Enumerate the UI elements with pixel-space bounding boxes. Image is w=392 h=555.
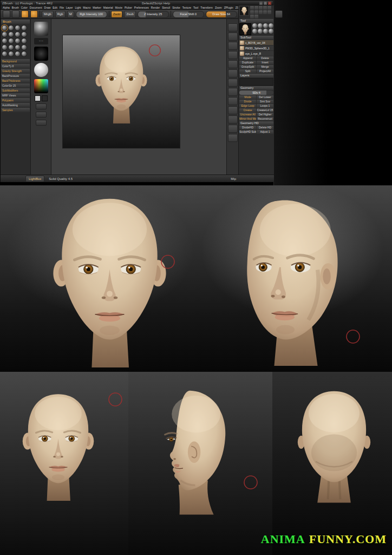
- palette-button[interactable]: ColorStr 25: [1, 83, 30, 88]
- tool-section-header[interactable]: Tool: [239, 19, 273, 23]
- tool-thumbnail[interactable]: [263, 29, 268, 34]
- dock-icon[interactable]: [254, 6, 258, 10]
- menu-item[interactable]: Preferences: [134, 6, 149, 9]
- brush-thumbnail[interactable]: [2, 25, 8, 31]
- brush-thumbnail[interactable]: [8, 44, 14, 50]
- dock-icon[interactable]: [263, 10, 267, 14]
- right-shelf-button[interactable]: [228, 106, 238, 114]
- brush-thumbnail[interactable]: [8, 31, 14, 37]
- brush-thumbnail[interactable]: [2, 31, 8, 37]
- lightbox-button[interactable]: LightBox: [25, 176, 44, 182]
- geometry-button[interactable]: Del Lower: [257, 95, 273, 99]
- layers-section-header[interactable]: Layers: [239, 74, 273, 78]
- geometry-section-header[interactable]: Geometry: [239, 86, 273, 90]
- brush-thumbnail[interactable]: [15, 31, 21, 37]
- draw-size-slider[interactable]: Draw Size 64: [206, 11, 237, 18]
- secondary-color-swatch[interactable]: [42, 95, 48, 101]
- brush-thumbnail[interactable]: [15, 44, 21, 50]
- menu-item[interactable]: Light: [75, 6, 81, 9]
- subtool-item[interactable]: eye_L eye_R: [239, 51, 273, 56]
- dock-icon[interactable]: [250, 15, 254, 18]
- geometry-button[interactable]: CreaseLvl 15: [257, 108, 273, 112]
- geometry-button[interactable]: Mirror And Weld: [239, 117, 256, 121]
- dock-icon[interactable]: [267, 6, 271, 10]
- dock-icon[interactable]: [263, 6, 267, 10]
- shelf-button[interactable]: [36, 112, 47, 118]
- projection-master-icon[interactable]: [21, 10, 29, 18]
- menu-item[interactable]: Stroke: [172, 6, 180, 9]
- menu-item[interactable]: Brush: [12, 6, 19, 9]
- m-button[interactable]: M: [67, 11, 74, 18]
- rgb-intensity-slider[interactable]: Rgb Intensity 100: [76, 11, 107, 18]
- stroke-icon[interactable]: [275, 10, 283, 18]
- geometry-hd-button[interactable]: Delete HD: [257, 126, 273, 130]
- right-shelf-button[interactable]: [228, 79, 238, 87]
- subtool-action-button[interactable]: Split: [239, 69, 256, 73]
- color-swatches[interactable]: [35, 95, 48, 101]
- subtool-item[interactable]: PM3D_Sphere3D_1: [239, 46, 273, 50]
- palette-button[interactable]: ColorTy 8: [1, 64, 30, 68]
- right-shelf-button[interactable]: [228, 51, 238, 59]
- zsub-button[interactable]: Zsub: [124, 11, 135, 18]
- right-shelf-button[interactable]: [228, 125, 238, 133]
- tool-thumbnail[interactable]: [269, 29, 273, 34]
- brush-thumbnail[interactable]: [21, 44, 27, 50]
- canvas-area[interactable]: [51, 19, 226, 175]
- brush-thumbnail[interactable]: [8, 51, 14, 57]
- menu-item[interactable]: Edit: [53, 6, 57, 9]
- brush-palette-header[interactable]: Brush: [1, 20, 30, 24]
- minimize-button[interactable]: –: [259, 2, 263, 5]
- menu-item[interactable]: Stencil: [162, 6, 170, 9]
- color-picker[interactable]: [34, 79, 48, 93]
- tool-thumbnail[interactable]: [258, 29, 263, 34]
- menu-item[interactable]: Texture: [182, 6, 191, 9]
- geometry-button[interactable]: Smt Suv: [257, 100, 273, 104]
- right-shelf-button[interactable]: [228, 33, 238, 41]
- brush-thumbnail[interactable]: [2, 38, 8, 44]
- dock-icon[interactable]: [259, 10, 263, 14]
- z-intensity-slider[interactable]: Z Intensity 25: [138, 11, 169, 18]
- palette-button[interactable]: AutoMasking: [1, 103, 30, 107]
- titlebar-right-text[interactable]: DefaultZScript Help: [142, 2, 170, 5]
- menu-item[interactable]: Macro: [83, 6, 90, 9]
- subtool-action-button[interactable]: Append: [239, 56, 256, 60]
- right-shelf-button[interactable]: [228, 42, 238, 50]
- shelf-button[interactable]: [36, 104, 47, 109]
- menu-item[interactable]: File: [60, 6, 64, 9]
- subtool-action-button[interactable]: Merge: [257, 65, 273, 69]
- dock-icon[interactable]: [254, 10, 258, 14]
- geometry-hd-button[interactable]: Adjust 1: [257, 130, 273, 134]
- zadd-button[interactable]: Zadd: [111, 11, 123, 18]
- sdiv-slider[interactable]: SDiv 4: [239, 91, 273, 95]
- tool-thumbnail[interactable]: [252, 23, 257, 28]
- menu-item[interactable]: Alpha: [3, 6, 10, 9]
- right-shelf-button[interactable]: [228, 69, 238, 78]
- right-shelf-button[interactable]: [228, 134, 238, 142]
- geometry-button[interactable]: Divide: [239, 100, 256, 104]
- palette-button[interactable]: BackPressure: [1, 74, 30, 78]
- geometry-hd-button[interactable]: DivideHD: [239, 126, 256, 130]
- menu-item[interactable]: Tool: [193, 6, 198, 9]
- menu-item[interactable]: Transform: [200, 6, 213, 9]
- menu-item[interactable]: Layer: [66, 6, 73, 9]
- geometry-button[interactable]: Mode: [239, 95, 256, 99]
- geometry-button[interactable]: Reconstruct: [257, 117, 273, 121]
- brush-thumbnail[interactable]: [8, 38, 14, 44]
- subtool-section-header[interactable]: SubTool: [239, 36, 273, 40]
- palette-button[interactable]: Gravity Strength: [1, 69, 30, 73]
- brush-thumbnail[interactable]: [21, 31, 27, 37]
- geometry-hd-section-header[interactable]: Geometry HD: [239, 121, 273, 125]
- tool-preview-thumbnail[interactable]: [239, 23, 251, 35]
- brush-thumbnail[interactable]: [21, 38, 27, 44]
- close-button[interactable]: ×: [268, 2, 271, 5]
- brush-thumbnail[interactable]: [8, 25, 14, 31]
- active-tool-thumbnail[interactable]: [239, 6, 249, 16]
- palette-button[interactable]: MRF Views: [1, 93, 30, 98]
- right-shelf-button[interactable]: [228, 115, 238, 124]
- focal-shift-slider[interactable]: Focal Shift 0: [173, 11, 204, 18]
- right-shelf-button[interactable]: [228, 23, 238, 31]
- dock-icon[interactable]: [250, 6, 254, 10]
- lightbox-icon[interactable]: [3, 10, 10, 18]
- subtool-action-button[interactable]: Duplicate: [239, 61, 256, 64]
- shelf-button[interactable]: [36, 120, 47, 126]
